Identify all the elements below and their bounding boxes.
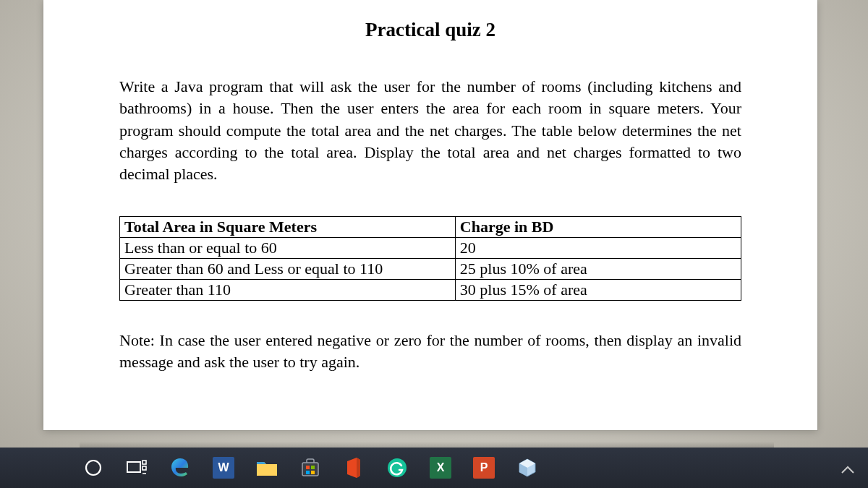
grammarly-icon[interactable] xyxy=(383,454,411,481)
document-page: Practical quiz 2 Write a Java program th… xyxy=(43,0,817,430)
office-icon[interactable] xyxy=(340,454,367,481)
svg-rect-8 xyxy=(306,471,310,474)
svg-rect-6 xyxy=(306,466,310,469)
table-header-row: Total Area in Square Meters Charge in BD xyxy=(120,216,741,237)
tray-chevron-up-icon[interactable] xyxy=(841,460,855,479)
powerpoint-icon[interactable]: P xyxy=(470,454,498,481)
cell-charge-2: 25 plus 10% of area xyxy=(455,258,741,279)
windows-taskbar: W X P xyxy=(0,448,868,488)
microsoft-store-icon[interactable] xyxy=(297,454,324,481)
svg-rect-7 xyxy=(311,466,315,469)
word-tile-label: W xyxy=(213,457,234,479)
excel-icon[interactable]: X xyxy=(427,454,454,481)
svg-rect-9 xyxy=(311,471,315,474)
svg-point-0 xyxy=(86,461,101,475)
task-view-icon[interactable] xyxy=(123,454,150,481)
word-icon[interactable]: W xyxy=(210,454,237,481)
svg-rect-1 xyxy=(127,462,140,472)
ppt-tile-label: P xyxy=(473,457,495,479)
excel-tile-label: X xyxy=(430,457,451,479)
table-row: Greater than 110 30 plus 15% of area xyxy=(120,279,741,300)
cell-area-3: Greater than 110 xyxy=(120,279,456,300)
header-charge: Charge in BD xyxy=(455,216,741,237)
note-paragraph: Note: In case the user entered negative … xyxy=(119,330,741,374)
table-row: Less than or equal to 60 20 xyxy=(120,237,741,258)
page-title: Practical quiz 2 xyxy=(119,19,741,41)
svg-rect-3 xyxy=(142,466,146,470)
cell-charge-1: 20 xyxy=(455,237,741,258)
table-row: Greater than 60 and Less or equal to 110… xyxy=(120,258,741,279)
file-explorer-icon[interactable] xyxy=(253,454,281,481)
cell-area-2: Greater than 60 and Less or equal to 110 xyxy=(120,258,456,279)
cell-charge-3: 30 plus 15% of area xyxy=(455,279,741,300)
charges-table: Total Area in Square Meters Charge in BD… xyxy=(119,216,741,301)
header-total-area: Total Area in Square Meters xyxy=(120,216,456,237)
app-cube-icon[interactable] xyxy=(514,454,541,481)
edge-icon[interactable] xyxy=(166,454,194,481)
cell-area-1: Less than or equal to 60 xyxy=(120,237,456,258)
cortana-icon[interactable] xyxy=(80,454,107,481)
svg-rect-2 xyxy=(142,461,146,464)
svg-rect-5 xyxy=(302,463,318,476)
page-shadow xyxy=(80,442,774,448)
instructions-paragraph: Write a Java program that will ask the u… xyxy=(119,76,741,186)
